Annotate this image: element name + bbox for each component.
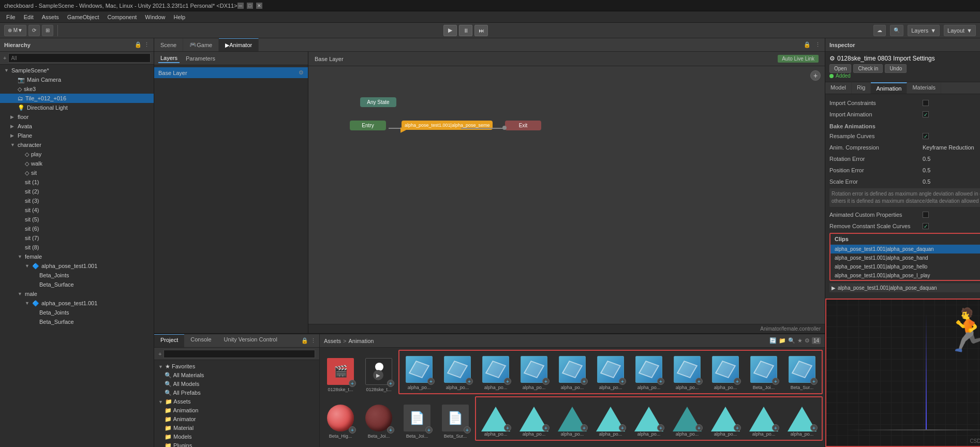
insp-tab-model[interactable]: Model — [825, 82, 852, 94]
open-btn[interactable]: Open — [829, 64, 851, 73]
tab-game[interactable]: 🎮 Game — [183, 38, 219, 51]
state-entry[interactable]: Entry — [350, 121, 386, 130]
maximize-btn[interactable]: □ — [247, 3, 253, 9]
asset-item-cube7[interactable]: + alpha_po... — [630, 352, 667, 392]
anim-tab-layers[interactable]: Layers — [158, 54, 180, 63]
proj-all-materials[interactable]: 🔍 All Materials — [154, 371, 319, 380]
asset-item-tri2[interactable]: + alpha_po... — [515, 398, 553, 439]
remove-constant-checkbox[interactable]: ✓ — [923, 223, 929, 229]
asset-item-tri3[interactable]: + alpha_po... — [554, 398, 591, 439]
hier-item-beta-joints-male[interactable]: Beta_Joints — [0, 308, 154, 317]
proj-all-models[interactable]: 🔍 All Models — [154, 380, 319, 389]
tab-animator[interactable]: ▶ Animator — [219, 38, 259, 51]
auto-live-link-btn[interactable]: Auto Live Link — [778, 55, 819, 63]
menu-component[interactable]: Component — [103, 13, 141, 21]
asset-item-cube9[interactable]: + alpha_po... — [707, 352, 744, 392]
mode-btn[interactable]: ⊕ M▼ — [4, 25, 26, 36]
hier-item-female[interactable]: ▼ female — [0, 252, 154, 261]
menu-help[interactable]: Help — [169, 13, 189, 21]
hier-item-walk[interactable]: ◇ walk — [0, 159, 154, 168]
hierarchy-menu-btn[interactable]: ⋮ — [144, 41, 150, 48]
state-exit[interactable]: Exit — [505, 121, 541, 130]
resample-checkbox[interactable]: ✓ — [923, 133, 929, 139]
proj-models[interactable]: 📁 Models — [154, 433, 319, 441]
anim-tab-parameters[interactable]: Parameters — [184, 54, 217, 63]
asset-item-beta-joi[interactable]: + Beta_Joi... — [745, 352, 782, 392]
hier-item-maincamera[interactable]: 📷 Main Camera — [0, 75, 154, 84]
proj-favorites-section[interactable]: ▼ ★ Favorites — [154, 362, 319, 371]
grid-btn[interactable]: ⊞ — [42, 25, 53, 36]
undo-btn[interactable]: Undo — [885, 64, 907, 73]
play-btn[interactable]: ▶ — [443, 25, 457, 36]
clip-item-hello[interactable]: alpha_pose_test1.001|alpha_pose_hello 0.… — [830, 262, 980, 271]
hier-item-sit6[interactable]: sit (6) — [0, 224, 154, 233]
hier-item-character[interactable]: ▼ character — [0, 140, 154, 150]
project-search-input[interactable] — [164, 350, 315, 358]
hier-item-sit3[interactable]: sit (3) — [0, 196, 154, 205]
menu-assets[interactable]: Assets — [38, 13, 63, 21]
step-btn[interactable]: ⏭ — [474, 25, 488, 36]
hier-item-alpha-male[interactable]: ▼ 🔷 alpha_pose_test1.001 — [0, 299, 154, 308]
minimize-btn[interactable]: ─ — [237, 3, 244, 9]
hierarchy-add-btn[interactable]: + — [3, 55, 6, 61]
insp-tab-materials[interactable]: Materials — [907, 82, 941, 94]
insp-tab-rig[interactable]: Rig — [852, 82, 871, 94]
asset-item-beta-sur2[interactable]: 📄 + Beta_Sur... — [437, 400, 474, 441]
hier-item-male[interactable]: ▼ male — [0, 289, 154, 299]
menu-window[interactable]: Window — [141, 13, 169, 21]
asset-item-cube4[interactable]: + alpha_po... — [515, 352, 553, 392]
hier-item-beta-surface-female[interactable]: Beta_Surface — [0, 280, 154, 289]
asset-item-0128ske2[interactable]: ▶ + 0128ske_t... — [360, 354, 397, 394]
tab-console[interactable]: Console — [184, 334, 217, 347]
tab-scene[interactable]: Scene — [154, 38, 183, 51]
menu-file[interactable]: File — [2, 13, 20, 21]
add-state-btn[interactable]: + — [810, 70, 821, 81]
import-constraints-checkbox[interactable] — [923, 100, 929, 106]
asset-item-tri4[interactable]: + alpha_po... — [592, 398, 629, 439]
proj-material[interactable]: 📁 Material — [154, 424, 319, 433]
asset-item-cube3[interactable]: + alpha_po... — [477, 352, 514, 392]
asset-settings-btn[interactable]: ⚙ — [805, 337, 810, 344]
pause-btn[interactable]: ⏸ — [459, 25, 472, 36]
hier-item-sit2[interactable]: sit (2) — [0, 187, 154, 196]
hier-item-plane[interactable]: ▶ Plane — [0, 131, 154, 140]
asset-item-tri6[interactable]: + alpha_po... — [669, 398, 706, 439]
asset-item-tri8[interactable]: + alpha_po... — [745, 398, 782, 439]
hierarchy-lock-btn[interactable]: 🔒 — [135, 41, 142, 48]
asset-item-cube6[interactable]: + alpha_po... — [592, 352, 629, 392]
hier-item-floor[interactable]: ▶ floor — [0, 112, 154, 122]
window-controls[interactable]: ─ □ ✕ — [237, 3, 262, 9]
proj-assets-section[interactable]: ▼ 📁 Assets — [154, 397, 319, 406]
asset-folder-btn[interactable]: 📁 — [779, 337, 786, 344]
asset-item-tri7[interactable]: + alpha_po... — [707, 398, 744, 439]
bottom-lock-btn[interactable]: 🔒 — [301, 337, 308, 344]
proj-animator[interactable]: 📁 Animator — [154, 415, 319, 424]
import-animation-checkbox[interactable]: ✓ — [923, 111, 929, 117]
asset-item-cube1[interactable]: + alpha_po... — [400, 352, 438, 392]
pivot-btn[interactable]: ⟳ — [28, 25, 40, 36]
proj-plugins[interactable]: 📁 Plugins — [154, 441, 319, 447]
hier-item-avata[interactable]: ▶ Avata — [0, 122, 154, 131]
tab-menu-btn[interactable]: ⋮ — [815, 41, 821, 48]
hier-item-play[interactable]: ◇ play — [0, 150, 154, 159]
clip-item-lplay[interactable]: alpha_pose_test1.001|alpha_pose_l_play 0… — [830, 271, 980, 280]
layers-dropdown[interactable]: Layers ▼ — [908, 25, 940, 36]
hier-item-sit1[interactable]: sit (1) — [0, 177, 154, 187]
hier-item-beta-surface-male[interactable]: Beta_Surface — [0, 317, 154, 326]
hier-item-samplescene[interactable]: ▼ SampleScene* — [0, 66, 154, 75]
asset-item-beta-joi2[interactable]: + Beta_Joi... — [360, 400, 397, 441]
layout-dropdown[interactable]: Layout ▼ — [944, 25, 976, 36]
hier-item-light[interactable]: 💡 Directional Light — [0, 103, 154, 112]
hier-item-sit5[interactable]: sit (5) — [0, 215, 154, 224]
hier-item-alpha-female[interactable]: ▼ 🔷 alpha_pose_test1.001 — [0, 261, 154, 271]
asset-item-beta-hig[interactable]: + Beta_Hig... — [322, 400, 359, 441]
menu-edit[interactable]: Edit — [20, 13, 38, 21]
hier-item-sit8[interactable]: sit (8) — [0, 243, 154, 252]
hier-item-beta-joints-female[interactable]: Beta_Joints — [0, 271, 154, 280]
collab-btn[interactable]: ☁ — [873, 25, 886, 36]
asset-refresh-btn[interactable]: 🔄 — [769, 337, 777, 344]
asset-item-tri9[interactable]: + alpha_po... — [783, 398, 821, 439]
asset-item-cube5[interactable]: + alpha_po... — [554, 352, 591, 392]
asset-item-tri5[interactable]: + alpha_po... — [630, 398, 667, 439]
menu-gameobject[interactable]: GameObject — [63, 13, 103, 21]
